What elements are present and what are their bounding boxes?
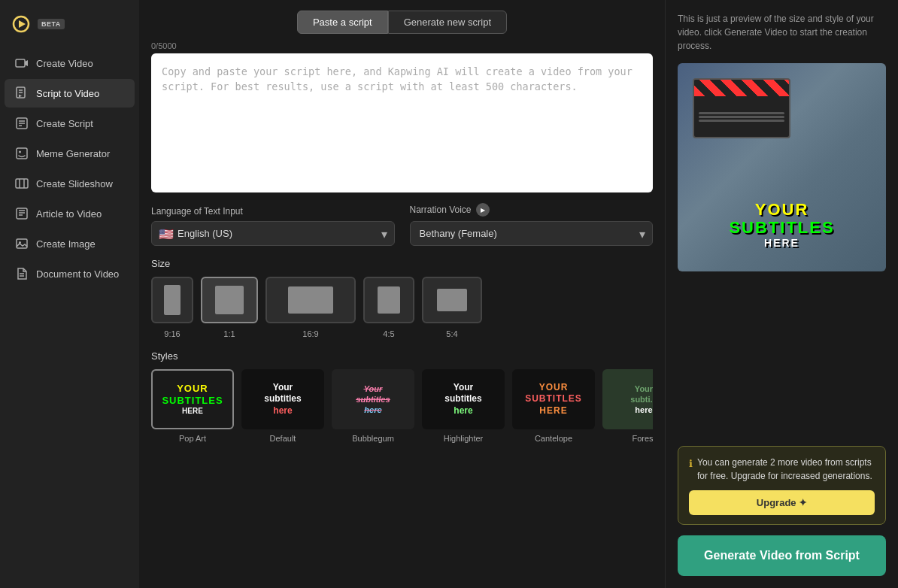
size-option-5-4[interactable]: 5:4 — [422, 277, 482, 338]
popart-line1: YOUR — [162, 383, 223, 395]
cantelope-line2: SUBTITLES — [525, 393, 582, 405]
style-label-pop-art: Pop Art — [179, 434, 206, 443]
sidebar-item-label: Meme Generator — [36, 148, 110, 159]
size-box-4-5 — [363, 277, 414, 323]
preview-subtitle-overlay: YOUR SUBTITLES HERE — [729, 201, 834, 249]
voice-field-group: Narration Voice Bethany (Female) James (… — [410, 203, 654, 246]
style-preview-highlighter: Your subtitles here — [422, 369, 505, 429]
preview-sub-line3: HERE — [729, 238, 834, 249]
beta-badge: BETA — [38, 19, 65, 29]
svg-rect-2 — [16, 59, 25, 67]
size-option-9-16[interactable]: 9:16 — [151, 277, 193, 338]
size-label-9-16: 9:16 — [164, 329, 180, 338]
script-textarea[interactable] — [151, 53, 653, 192]
size-options-row: 9:16 1:1 16:9 4:5 — [151, 277, 653, 338]
style-option-default[interactable]: Your subtitles here Default — [241, 369, 324, 443]
size-option-16-9[interactable]: 16:9 — [265, 277, 356, 338]
video-icon — [15, 56, 29, 70]
language-field-group: Language of Text Input 🇺🇸 English (US) S… — [151, 206, 395, 246]
tab-paste-script[interactable]: Paste a script — [297, 11, 388, 34]
size-box-5-4 — [422, 277, 482, 323]
style-preview-cantelope: YOUR SUBTITLES HERE — [512, 369, 595, 429]
sidebar-item-create-slideshow[interactable]: Create Slideshow — [5, 169, 135, 198]
highlighter-line3: here — [444, 405, 481, 417]
sidebar-item-meme-generator[interactable]: Meme Generator — [5, 139, 135, 168]
sidebar-item-article-to-video[interactable]: Article to Video — [5, 199, 135, 228]
voice-select[interactable]: Bethany (Female) James (Male) Emma (Fema… — [410, 221, 654, 246]
tab-bar: Paste a script Generate new script — [151, 11, 653, 34]
video-preview-bg: YOUR SUBTITLES HERE — [678, 63, 886, 271]
popart-line3: HERE — [162, 407, 223, 416]
sidebar: BETA Create Video Script to Video Create… — [0, 0, 139, 588]
slate-bottom — [694, 96, 789, 137]
default-line1: Your — [264, 382, 301, 394]
style-option-highlighter[interactable]: Your subtitles here Highlighter — [422, 369, 505, 443]
svg-rect-17 — [17, 208, 27, 219]
preview-description: This is just a preview of the size and s… — [678, 12, 886, 53]
default-line3: here — [264, 405, 301, 417]
generate-button[interactable]: Generate Video from Script — [678, 535, 886, 576]
highlighter-line1: Your — [444, 382, 481, 394]
size-label-4-5: 4:5 — [383, 329, 394, 338]
forest-line1: Your — [630, 383, 653, 394]
document-play-icon — [15, 86, 29, 100]
sidebar-logo: BETA — [0, 8, 139, 48]
style-label-cantelope: Cantelope — [535, 434, 572, 443]
sidebar-item-label: Create Slideshow — [36, 178, 113, 189]
popart-line2: SUBTITLES — [162, 395, 223, 407]
forest-line2: subti... — [630, 394, 653, 405]
default-line2: subtitles — [264, 393, 301, 405]
svg-point-13 — [19, 151, 21, 153]
slideshow-icon — [15, 177, 29, 190]
sidebar-item-label: Article to Video — [36, 208, 102, 220]
slate-line-3 — [699, 120, 784, 122]
size-option-4-5[interactable]: 4:5 — [363, 277, 414, 338]
size-option-1-1[interactable]: 1:1 — [201, 277, 258, 338]
bubblegum-line2: subtitles — [356, 394, 390, 405]
highlighter-line2: subtitles — [444, 393, 481, 405]
style-preview-bubblegum: Your subtitles here — [332, 369, 414, 429]
tab-generate-new-script[interactable]: Generate new script — [388, 11, 507, 34]
sidebar-item-label: Document to Video — [36, 268, 119, 280]
svg-rect-14 — [16, 179, 28, 188]
size-inner-5-4 — [437, 289, 467, 311]
camera-slate — [693, 78, 790, 138]
size-inner-1-1 — [215, 286, 244, 314]
style-option-pop-art[interactable]: YOUR SUBTITLES HERE Pop Art — [151, 369, 234, 443]
style-label-bubblegum: Bubblegum — [352, 434, 394, 443]
slate-top — [694, 80, 789, 96]
image-icon — [15, 237, 29, 250]
style-label-default: Default — [270, 434, 296, 443]
sidebar-item-script-to-video[interactable]: Script to Video — [5, 79, 135, 108]
sidebar-item-create-script[interactable]: Create Script — [5, 109, 135, 138]
char-counter: 0/5000 — [151, 41, 653, 50]
size-inner-16-9 — [288, 286, 333, 314]
size-label-1-1: 1:1 — [223, 329, 235, 338]
size-box-1-1 — [201, 277, 258, 323]
upgrade-banner: ℹ You can generate 2 more video from scr… — [678, 446, 886, 525]
preview-sub-line2: SUBTITLES — [729, 219, 834, 237]
styles-row: YOUR SUBTITLES HERE Pop Art Your subtitl… — [151, 369, 653, 446]
play-voice-button[interactable] — [476, 203, 490, 217]
size-label-16-9: 16:9 — [302, 329, 318, 338]
upgrade-button[interactable]: Upgrade ✦ — [689, 490, 875, 515]
forest-line3: here — [630, 405, 653, 415]
language-select[interactable]: English (US) Spanish French — [151, 221, 395, 246]
meme-icon — [15, 147, 29, 160]
style-label-forest: Forest — [632, 434, 653, 443]
sidebar-item-label: Script to Video — [36, 88, 99, 99]
size-box-9-16 — [151, 277, 193, 323]
style-option-bubblegum[interactable]: Your subtitles here Bubblegum — [332, 369, 414, 443]
size-inner-4-5 — [378, 286, 400, 314]
sidebar-item-document-to-video[interactable]: Document to Video — [5, 259, 135, 288]
style-option-cantelope[interactable]: YOUR SUBTITLES HERE Cantelope — [512, 369, 595, 443]
size-section-label: Size — [151, 258, 653, 269]
styles-section-label: Styles — [151, 350, 653, 362]
cantelope-line1: YOUR — [525, 382, 582, 394]
video-preview: YOUR SUBTITLES HERE — [678, 63, 886, 271]
style-option-forest[interactable]: Your subti... here Forest — [602, 369, 653, 443]
sidebar-item-create-video[interactable]: Create Video — [5, 49, 135, 77]
cantelope-line3: HERE — [525, 405, 582, 417]
sidebar-item-create-image[interactable]: Create Image — [5, 229, 135, 258]
svg-marker-7 — [19, 95, 22, 98]
